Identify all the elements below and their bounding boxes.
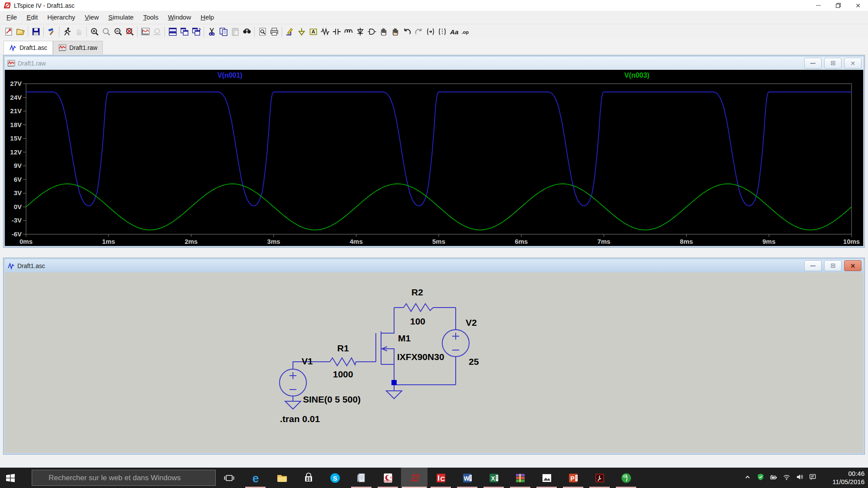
open-button[interactable] <box>14 26 26 38</box>
taskbar-app-windows-store[interactable] <box>295 468 322 488</box>
waveform-window: Draft1.raw ✕ 27V24V21V18V15V12V9V6V3V0V-… <box>3 56 865 247</box>
tray-wifi-icon[interactable] <box>783 473 790 482</box>
tray-volume-icon[interactable] <box>796 473 803 482</box>
search-input[interactable]: Rechercher sur le web et dans Windows <box>32 470 216 486</box>
tile-horizontal-button[interactable] <box>167 26 178 38</box>
toolbar-separator <box>59 26 59 37</box>
svg-text:4ms: 4ms <box>350 238 363 245</box>
label-directive: .tran 0.01 <box>280 414 320 424</box>
print-preview-button[interactable] <box>256 26 268 38</box>
cut-button[interactable] <box>206 26 217 38</box>
label-v1: V1 <box>302 356 313 366</box>
text-button[interactable]: Aa <box>448 26 460 38</box>
child-restore-button[interactable] <box>824 58 842 69</box>
tray-notifications-icon[interactable] <box>809 473 816 482</box>
tile-vertical-button[interactable] <box>178 26 190 38</box>
waveform-plot[interactable]: 27V24V21V18V15V12V9V6V3V0V-3V-6V0ms1ms2m… <box>5 70 863 246</box>
taskbar-clock[interactable]: 00:46 11/05/2016 <box>832 468 865 488</box>
child-restore-button[interactable] <box>824 260 842 271</box>
schematic-icon <box>9 44 16 52</box>
restore-button[interactable] <box>828 0 848 11</box>
new-schematic-button[interactable] <box>3 26 14 38</box>
find-button[interactable] <box>241 26 253 38</box>
wire-button[interactable] <box>284 26 296 38</box>
menu-file[interactable]: File <box>2 11 22 24</box>
taskbar-app-skype[interactable]: S <box>322 468 348 488</box>
mark-data-button <box>151 26 163 38</box>
schematic-window-titlebar[interactable]: Draft1.asc ✕ <box>5 259 863 272</box>
rotate-button[interactable] <box>424 26 436 38</box>
window-title: LTspice IV - Draft1.asc <box>14 2 75 9</box>
taskbar-app-word[interactable]: W <box>454 468 480 488</box>
child-minimize-button[interactable] <box>804 58 822 69</box>
taskbar-app-winrar[interactable] <box>507 468 533 488</box>
zoom-out-button[interactable] <box>112 26 124 38</box>
print-button[interactable] <box>268 26 280 38</box>
waveform-window-titlebar[interactable]: Draft1.raw ✕ <box>5 57 863 70</box>
menu-simulate[interactable]: Simulate <box>104 11 138 24</box>
capacitor-button[interactable] <box>331 26 342 38</box>
close-button[interactable]: × <box>848 0 868 11</box>
label-m1-value: IXFX90N30 <box>397 352 444 362</box>
tray-chevron-up-icon[interactable] <box>744 473 751 482</box>
zoom-extents-button[interactable] <box>124 26 135 38</box>
undo-button[interactable] <box>401 26 413 38</box>
child-minimize-button[interactable] <box>804 260 822 271</box>
copy-button[interactable] <box>217 26 229 38</box>
move-button[interactable] <box>378 26 389 38</box>
menu-hierarchy[interactable]: Hierarchy <box>43 11 80 24</box>
menu-help[interactable]: Help <box>196 11 219 24</box>
inductor-button[interactable] <box>342 26 354 38</box>
net-label-button[interactable]: A <box>307 26 319 38</box>
run-button[interactable] <box>61 26 73 38</box>
save-button[interactable] <box>30 26 42 38</box>
svg-text:3V: 3V <box>14 189 22 197</box>
trace-label[interactable]: V(n003) <box>625 72 650 79</box>
menu-tools[interactable]: Tools <box>138 11 163 24</box>
menu-edit[interactable]: Edit <box>22 11 43 24</box>
spice-directive-button[interactable]: .op <box>460 26 471 38</box>
taskbar-app-powerpoint[interactable]: P <box>560 468 586 488</box>
schematic-canvas[interactable]: V1 R1 1000 M1 IXFX90N30 R2 100 V2 25 SIN… <box>5 272 863 453</box>
tab-draft1-raw[interactable]: Draft1.raw <box>53 41 103 54</box>
taskbar-app-file-explorer[interactable] <box>269 468 295 488</box>
component-button[interactable] <box>366 26 378 38</box>
control-panel-button[interactable] <box>46 26 57 38</box>
mirror-button[interactable] <box>436 26 448 38</box>
restore-icon <box>835 3 841 8</box>
taskbar-app-edge[interactable]: e <box>242 468 269 488</box>
waveform-pane-button[interactable] <box>139 26 151 38</box>
svg-text:Aa: Aa <box>450 28 458 36</box>
taskbar-app-ltspice[interactable] <box>401 468 427 488</box>
taskbar-app-photos[interactable] <box>533 468 560 488</box>
tray-security-shield-icon[interactable] <box>757 473 764 482</box>
taskbar-apps: eSCSEAGLECWXP <box>216 468 639 488</box>
taskbar-app-acrobat[interactable] <box>586 468 613 488</box>
start-button[interactable] <box>0 468 21 488</box>
toolbar-separator <box>282 26 282 37</box>
menu-window[interactable]: Window <box>163 11 196 24</box>
menu-view[interactable]: View <box>80 11 103 24</box>
taskbar-app-eagle-cad[interactable]: CSEAGLE <box>375 468 401 488</box>
child-close-button[interactable]: ✕ <box>844 260 861 271</box>
minimize-button[interactable] <box>808 0 828 11</box>
taskbar-app-corel[interactable] <box>613 468 639 488</box>
taskbar-app-notepad[interactable] <box>348 468 375 488</box>
cascade-button[interactable] <box>190 26 202 38</box>
trace-label[interactable]: V(n001) <box>217 72 243 79</box>
drag-button[interactable] <box>389 26 401 38</box>
redo-button <box>413 26 424 38</box>
child-close-button[interactable]: ✕ <box>844 58 861 69</box>
svg-text:21V: 21V <box>10 107 22 115</box>
tab-draft1-asc[interactable]: Draft1.asc <box>3 41 53 54</box>
resistor-button[interactable] <box>319 26 331 38</box>
diode-button[interactable] <box>354 26 366 38</box>
taskbar-app-ic-app[interactable]: C <box>427 468 454 488</box>
taskbar-app-task-view[interactable] <box>216 468 242 488</box>
taskbar-app-excel[interactable]: X <box>480 468 507 488</box>
tray-battery-icon[interactable] <box>770 473 777 482</box>
label-r2-value: 100 <box>410 316 425 326</box>
zoom-in-button[interactable] <box>89 26 100 38</box>
waveform-icon <box>59 44 66 52</box>
ground-button[interactable] <box>296 26 307 38</box>
